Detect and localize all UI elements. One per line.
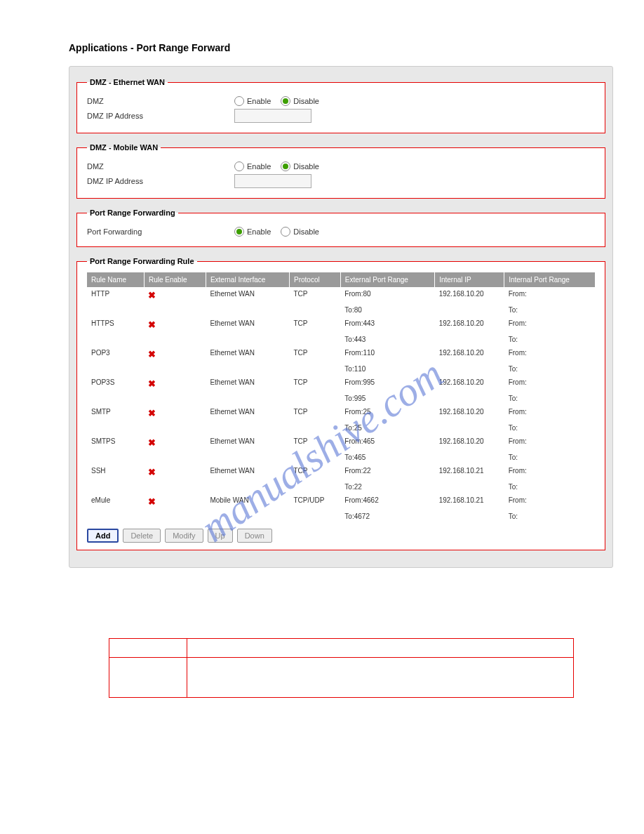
cell-rule-enable: ✖ [144,317,206,333]
radio-label: Disable [293,227,319,236]
cell-rule-enable: ✖ [144,405,206,421]
radio-icon [234,96,244,106]
cell-ext-to: To:4672 [340,510,434,523]
dmz-mob-disable-radio[interactable]: Disable [281,161,319,171]
dmz-eth-ip-label: DMZ IP Address [87,112,234,120]
cell-rule-name: SMTP [87,405,144,421]
cell-internal-ip: 192.168.10.20 [435,287,504,303]
col-ext-range: External Port Range [340,272,434,287]
cell-ext-to: To:110 [340,362,434,376]
fieldset-port-forwarding: Port Range Forwarding Port Forwarding En… [76,208,605,247]
cell-ext-from: From:80 [340,287,434,303]
cell-ext-from: From:110 [340,346,434,362]
cell-protocol: TCP [290,346,341,362]
col-internal-ip: Internal IP [435,272,504,287]
table-row[interactable]: HTTPS✖Ethernet WANTCPFrom:443192.168.10.… [87,317,595,333]
table-row-sub: To:22To: [87,480,595,494]
radio-label: Enable [247,162,271,171]
table-row[interactable]: POP3S✖Ethernet WANTCPFrom:995192.168.10.… [87,376,595,392]
cell-internal-ip: 192.168.10.21 [435,464,504,480]
dmz-eth-disable-radio[interactable]: Disable [281,96,319,106]
rules-table: Rule Name Rule Enable External Interface… [87,272,595,523]
cell-int-to: To: [504,421,595,435]
cell-ext-to: To:995 [340,392,434,405]
cross-icon: ✖ [148,290,156,300]
dmz-mob-enable-radio[interactable]: Enable [234,161,271,171]
dmz-eth-enable-radio[interactable]: Enable [234,96,271,106]
delete-button[interactable]: Delete [123,529,161,543]
cell-iface: Ethernet WAN [206,346,289,362]
cell-protocol: TCP [290,317,341,333]
table-row[interactable]: SSH✖Ethernet WANTCPFrom:22192.168.10.21F… [87,464,595,480]
radio-icon [281,96,290,106]
table-row[interactable]: SMTP✖Ethernet WANTCPFrom:25192.168.10.20… [87,405,595,421]
cell-int-from: From: [504,317,595,333]
table-row-sub: To:4672To: [87,510,595,523]
dmz-eth-ip-input[interactable] [234,109,311,123]
cell-protocol: TCP [290,405,341,421]
cell-iface: Ethernet WAN [206,317,289,333]
cell-ext-from: From:443 [340,317,434,333]
cell-ext-from: From:995 [340,376,434,392]
table-row[interactable]: POP3✖Ethernet WANTCPFrom:110192.168.10.2… [87,346,595,362]
cross-icon: ✖ [148,408,156,418]
pfw-enable-radio[interactable]: Enable [234,227,271,237]
legend-rules: Port Range Forwarding Rule [87,257,197,265]
cell-iface: Mobile WAN [206,494,289,510]
table-row-sub: To:995To: [87,392,595,405]
cell-protocol: TCP [290,464,341,480]
cell-int-to: To: [504,333,595,346]
radio-icon [281,161,290,171]
cell-int-to: To: [504,392,595,405]
col-protocol: Protocol [290,272,341,287]
cell-ext-from: From:25 [340,405,434,421]
pfw-disable-radio[interactable]: Disable [281,227,319,237]
cell-rule-name: POP3 [87,346,144,362]
legend-dmz-ethernet: DMZ - Ethernet WAN [87,78,168,86]
cell-internal-ip: 192.168.10.20 [435,317,504,333]
cell-ext-to: To:80 [340,303,434,317]
cell-ext-to: To:465 [340,451,434,464]
add-button[interactable]: Add [87,529,119,543]
cell-protocol: TCP [290,287,341,303]
radio-icon [234,161,244,171]
table-row[interactable]: SMTPS✖Ethernet WANTCPFrom:465192.168.10.… [87,435,595,451]
col-rule-enable: Rule Enable [144,272,206,287]
cell-ext-to: To:22 [340,480,434,494]
table-row-sub: To:80To: [87,303,595,317]
col-rule-name: Rule Name [87,272,144,287]
cell-internal-ip: 192.168.10.20 [435,376,504,392]
cell-ext-from: From:465 [340,435,434,451]
cross-icon: ✖ [148,437,156,448]
cross-icon: ✖ [148,467,156,477]
radio-icon [281,227,290,237]
cell-ext-from: From:22 [340,464,434,480]
up-button[interactable]: Up [208,529,233,543]
cell-rule-name: eMule [87,494,144,510]
table-row-sub: To:110To: [87,362,595,376]
cross-icon: ✖ [148,349,156,359]
cell-rule-name: HTTP [87,287,144,303]
cell-internal-ip: 192.168.10.20 [435,346,504,362]
radio-label: Disable [293,97,319,105]
cell-int-from: From: [504,435,595,451]
table-row-sub: To:443To: [87,333,595,346]
table-row[interactable]: eMule✖Mobile WANTCP/UDPFrom:4662192.168.… [87,494,595,510]
col-int-range: Internal Port Range [504,272,595,287]
fieldset-rules: Port Range Forwarding Rule Rule Name Rul… [76,257,605,550]
legend-dmz-mobile: DMZ - Mobile WAN [87,143,161,152]
cell-protocol: TCP/UDP [290,494,341,510]
cell-iface: Ethernet WAN [206,287,289,303]
dmz-mob-ip-input[interactable] [234,174,311,188]
down-button[interactable]: Down [237,529,272,543]
cell-rule-enable: ✖ [144,464,206,480]
port-forwarding-label: Port Forwarding [87,227,234,236]
cell-internal-ip: 192.168.10.21 [435,494,504,510]
radio-icon [234,227,244,237]
fieldset-dmz-ethernet: DMZ - Ethernet WAN DMZ Enable Disable DM… [76,78,605,133]
modify-button[interactable]: Modify [165,529,203,543]
cell-int-from: From: [504,287,595,303]
table-row[interactable]: HTTP✖Ethernet WANTCPFrom:80192.168.10.20… [87,287,595,303]
cross-icon: ✖ [148,319,156,330]
radio-label: Disable [293,162,319,171]
